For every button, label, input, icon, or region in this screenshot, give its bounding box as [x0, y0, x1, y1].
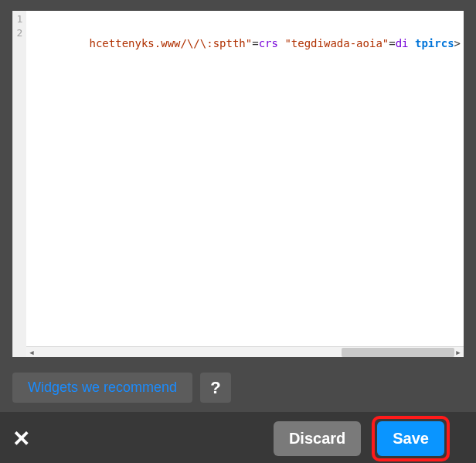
discard-button[interactable]: Discard	[274, 421, 361, 456]
code-punct: <	[454, 37, 461, 49]
line-gutter: 1 2	[12, 11, 26, 357]
save-highlight: Save	[372, 416, 450, 461]
horizontal-scrollbar[interactable]: ◀ ▶	[26, 346, 464, 357]
code-string: "https:\/\/www.skynettech	[90, 37, 253, 49]
toolbar: ? Widgets we recommend	[0, 368, 476, 412]
code-attr: id	[396, 37, 409, 49]
scroll-left-arrow-icon[interactable]: ◀	[26, 347, 37, 357]
editor-wrapper: 1 2 <script id="aioa-adawidget" src="htt…	[0, 0, 476, 368]
footer: Save Discard ✕	[0, 412, 476, 463]
code-punct: =	[252, 37, 258, 49]
widgets-recommend-button[interactable]: Widgets we recommend	[12, 373, 192, 403]
code-area[interactable]: <script id="aioa-adawidget" src="https:\…	[26, 11, 464, 357]
code-editor[interactable]: 1 2 <script id="aioa-adawidget" src="htt…	[12, 11, 464, 357]
code-punct: =	[389, 37, 395, 49]
line-number: 2	[13, 26, 26, 40]
code-line: <script id="aioa-adawidget" src="https:\…	[29, 37, 461, 49]
code-string: "aioa-adawidget"	[284, 37, 389, 49]
code-tag: script	[415, 37, 454, 49]
save-button[interactable]: Save	[377, 421, 444, 456]
close-icon[interactable]: ✕	[12, 426, 30, 451]
scroll-thumb[interactable]	[342, 348, 454, 357]
line-number: 1	[13, 12, 26, 26]
footer-actions: Save Discard	[274, 416, 450, 461]
scroll-right-arrow-icon[interactable]: ▶	[453, 347, 464, 357]
help-button[interactable]: ?	[200, 373, 231, 403]
code-attr: src	[259, 37, 278, 49]
